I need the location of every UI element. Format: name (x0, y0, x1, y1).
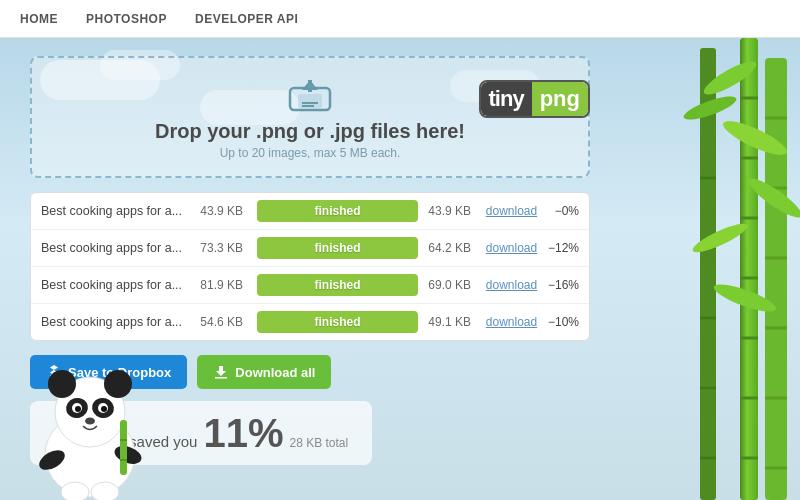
tinypng-logo: tiny png (479, 80, 590, 118)
savings-percent-row: −0% (544, 204, 579, 218)
logo-png-text: png (532, 82, 588, 116)
savings-percent-row: −16% (544, 278, 579, 292)
nav-photoshop[interactable]: PHOTOSHOP (86, 12, 167, 26)
svg-point-37 (48, 370, 76, 398)
download-link[interactable]: download (479, 204, 544, 218)
svg-rect-9 (765, 58, 787, 500)
nav-developer-api[interactable]: DEVELOPER API (195, 12, 298, 26)
progress-bar: finished (257, 200, 418, 222)
table-row: Best cooking apps for a... 54.6 KB finis… (31, 304, 589, 340)
file-orig-size: 43.9 KB (196, 204, 251, 218)
file-new-size: 49.1 KB (424, 315, 479, 329)
download-all-button[interactable]: Download all (197, 355, 331, 389)
file-table: Best cooking apps for a... 43.9 KB finis… (30, 192, 590, 341)
bamboo-decoration (600, 38, 800, 500)
progress-label: finished (314, 241, 360, 255)
svg-point-45 (85, 418, 95, 425)
table-row: Best cooking apps for a... 43.9 KB finis… (31, 193, 589, 230)
progress-bar: finished (257, 274, 418, 296)
savings-percent: 11% (203, 413, 283, 453)
download-link[interactable]: download (479, 278, 544, 292)
progress-label: finished (314, 278, 360, 292)
table-row: Best cooking apps for a... 73.3 KB finis… (31, 230, 589, 267)
file-name: Best cooking apps for a... (41, 278, 196, 292)
file-orig-size: 81.9 KB (196, 278, 251, 292)
progress-label: finished (314, 315, 360, 329)
svg-point-44 (101, 406, 107, 412)
svg-point-38 (104, 370, 132, 398)
svg-rect-48 (120, 420, 127, 475)
savings-percent-row: −12% (544, 241, 579, 255)
svg-rect-1 (740, 38, 758, 500)
upload-icon (288, 76, 332, 112)
svg-rect-32 (308, 80, 312, 92)
file-name: Best cooking apps for a... (41, 204, 196, 218)
drop-title: Drop your .png or .jpg files here! (52, 120, 568, 143)
navigation: HOME PHOTOSHOP DEVELOPER API (0, 0, 800, 38)
svg-point-51 (61, 482, 89, 500)
svg-point-52 (91, 482, 119, 500)
nav-home[interactable]: HOME (20, 12, 58, 26)
savings-detail: 28 KB total (290, 436, 349, 450)
file-orig-size: 73.3 KB (196, 241, 251, 255)
panda-mascot (10, 340, 170, 500)
progress-bar: finished (257, 311, 418, 333)
progress-bar: finished (257, 237, 418, 259)
progress-label: finished (314, 204, 360, 218)
savings-percent-row: −10% (544, 315, 579, 329)
svg-point-43 (75, 406, 81, 412)
drop-subtitle: Up to 20 images, max 5 MB each. (52, 146, 568, 160)
download-link[interactable]: download (479, 241, 544, 255)
file-new-size: 43.9 KB (424, 204, 479, 218)
download-link[interactable]: download (479, 315, 544, 329)
file-orig-size: 54.6 KB (196, 315, 251, 329)
file-new-size: 64.2 KB (424, 241, 479, 255)
file-name: Best cooking apps for a... (41, 315, 196, 329)
file-new-size: 69.0 KB (424, 278, 479, 292)
table-row: Best cooking apps for a... 81.9 KB finis… (31, 267, 589, 304)
logo-tiny-text: tiny (481, 82, 532, 116)
download-all-icon (213, 364, 229, 380)
file-name: Best cooking apps for a... (41, 241, 196, 255)
